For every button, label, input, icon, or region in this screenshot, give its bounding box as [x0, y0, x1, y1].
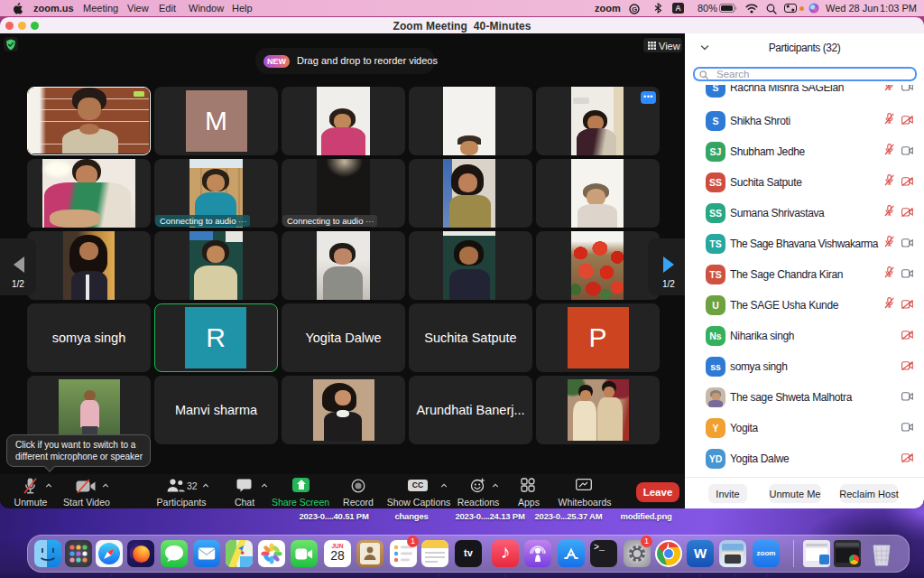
svg-text:G: G [632, 5, 637, 13]
